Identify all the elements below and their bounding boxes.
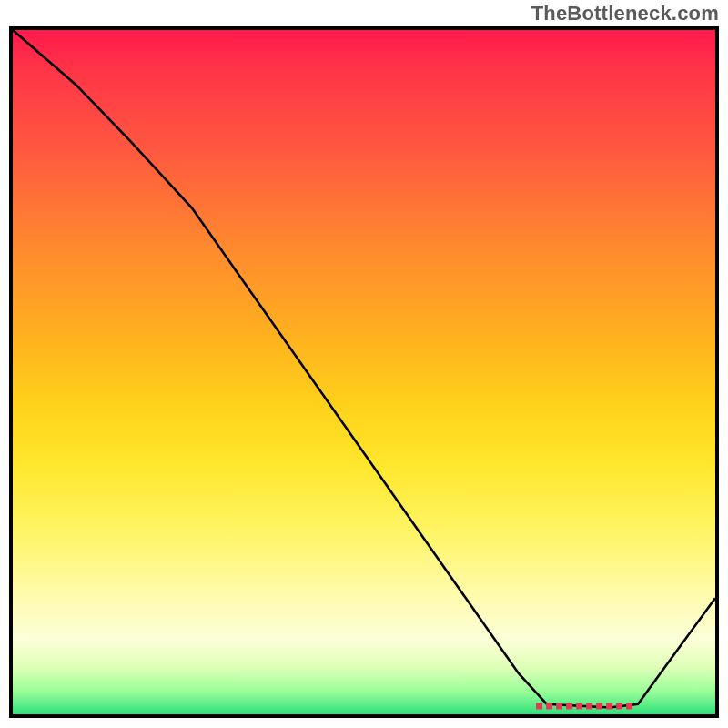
- bottleneck-curve: [13, 30, 715, 708]
- chart-container: TheBottleneck.com: [0, 0, 728, 728]
- plot-area: [9, 26, 719, 718]
- attribution-text: TheBottleneck.com: [531, 2, 719, 25]
- curve-layer: [13, 30, 715, 714]
